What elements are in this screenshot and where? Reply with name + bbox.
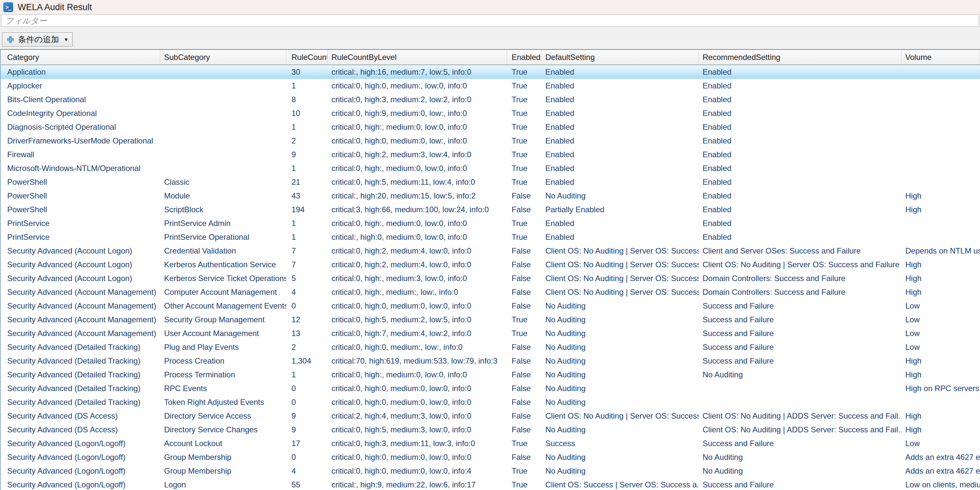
cell-enabled: False: [507, 189, 541, 203]
table-row[interactable]: Security Advanced (Detailed Tracking)Pro…: [1, 368, 980, 382]
table-row[interactable]: Microsoft-Windows-NTLM/Operational1criti…: [1, 161, 980, 175]
column-header-volume[interactable]: Volume: [901, 50, 980, 65]
cell-rulecount: 2: [286, 340, 328, 354]
cell-levels: critical:0, high:0, medium:, low:0, info…: [328, 79, 507, 93]
cell-levels: critical:0, high:3, medium:2, low:2, inf…: [328, 93, 507, 107]
cell-rulecount: 0: [286, 299, 328, 313]
table-row[interactable]: PowerShellScriptBlock194critical:3, high…: [1, 203, 980, 216]
window-titlebar: >_ WELA Audit Result: [0, 0, 980, 14]
cell-category: Security Advanced (Account Logon): [1, 244, 160, 258]
table-row[interactable]: DriverFrameworks-UserMode Operational2cr…: [1, 134, 980, 148]
cell-levels: critical:0, high:0, medium:0, low:0, inf…: [328, 450, 507, 464]
cell-recommended: Client OS: No Auditing | ADDS Server: Su…: [698, 409, 901, 423]
table-row[interactable]: Security Advanced (Detailed Tracking)RPC…: [1, 382, 980, 395]
table-row[interactable]: Security Advanced (Logon/Logoff)Group Me…: [1, 464, 980, 478]
column-header-recommendedsetting[interactable]: RecommendedSetting: [698, 50, 901, 65]
table-row[interactable]: Security Advanced (Account Logon)Credent…: [1, 244, 980, 258]
cell-category: Bits-Client Operational: [1, 93, 160, 107]
table-row[interactable]: Diagnosis-Scripted Operational1critical:…: [1, 120, 980, 134]
cell-rulecount: 9: [286, 148, 328, 161]
cell-recommended: Domain Controllers: Success and Failure: [698, 285, 901, 299]
cell-subcategory: Logon: [160, 478, 286, 490]
cell-rulecount: 17: [286, 437, 328, 450]
cell-category: Security Advanced (Account Logon): [1, 272, 160, 285]
cell-volume: [901, 65, 980, 79]
cell-levels: critical:0, high:0, medium:0, low:0, inf…: [328, 395, 507, 409]
cell-enabled: True: [507, 313, 541, 326]
cell-subcategory: ScriptBlock: [160, 203, 286, 216]
table-row[interactable]: Security Advanced (Detailed Tracking)Plu…: [1, 340, 980, 354]
table-row[interactable]: Security Advanced (Account Logon)Kerbero…: [1, 258, 980, 272]
table-row[interactable]: PowerShellModule43critical:, high:20, me…: [1, 189, 980, 203]
table-row[interactable]: Security Advanced (Logon/Logoff)Logon55c…: [1, 478, 980, 490]
column-header-subcategory[interactable]: SubCategory: [160, 50, 286, 65]
cell-enabled: False: [507, 354, 541, 368]
table-row[interactable]: Security Advanced (Detailed Tracking)Tok…: [1, 395, 980, 409]
cell-enabled: True: [507, 478, 541, 490]
table-row[interactable]: Applocker1critical:0, high:0, medium:, l…: [1, 79, 980, 93]
cell-subcategory: [160, 148, 286, 161]
cell-recommended: [698, 382, 901, 395]
cell-subcategory: Process Termination: [160, 368, 286, 382]
cell-volume: Adds an extra 4627 ev: [901, 450, 980, 464]
cell-enabled: False: [507, 244, 541, 258]
add-criteria-button[interactable]: 条件の追加 ▼: [2, 32, 73, 46]
column-header-enabled[interactable]: Enabled: [507, 50, 541, 65]
column-header-rulecount[interactable]: RuleCount: [286, 50, 328, 65]
out-gridview-window: >_ WELA Audit Result 条件の追加 ▼ CategorySub…: [0, 0, 980, 490]
table-row[interactable]: Firewall9critical:0, high:2, medium:3, l…: [1, 148, 980, 161]
cell-levels: critical:0, high:0, medium:0, low:, info…: [328, 134, 507, 148]
cell-subcategory: Module: [160, 189, 286, 203]
cell-enabled: True: [507, 65, 541, 79]
table-row[interactable]: Security Advanced (Account Management)Co…: [1, 285, 980, 299]
table-row[interactable]: PowerShellClassic21critical:0, high:5, m…: [1, 175, 980, 189]
cell-rulecount: 1: [286, 79, 328, 93]
column-header-category[interactable]: Category: [1, 50, 160, 65]
cell-volume: [901, 79, 980, 93]
table-row[interactable]: Security Advanced (Logon/Logoff)Group Me…: [1, 450, 980, 464]
table-row[interactable]: Security Advanced (Detailed Tracking)Pro…: [1, 354, 980, 368]
table-row[interactable]: Security Advanced (Logon/Logoff)Account …: [1, 437, 980, 450]
cell-default: No Auditing: [541, 313, 698, 326]
cell-recommended: Enabled: [698, 161, 901, 175]
table-row[interactable]: Security Advanced (DS Access)Directory S…: [1, 409, 980, 423]
filter-input[interactable]: [1, 14, 979, 27]
table-row[interactable]: PrintServicePrintService Admin1critical:…: [1, 216, 980, 230]
cell-volume: Low: [901, 437, 980, 450]
table-row[interactable]: Security Advanced (DS Access)Directory S…: [1, 423, 980, 437]
table-row[interactable]: Security Advanced (Account Management)Ot…: [1, 299, 980, 313]
table-row[interactable]: PrintServicePrintService Operational1cri…: [1, 230, 980, 244]
cell-subcategory: Token Right Adjusted Events: [160, 395, 286, 409]
cell-subcategory: Directory Service Access: [160, 409, 286, 423]
cell-recommended: Client and Server OSes: Success and Fail…: [698, 244, 901, 258]
cell-enabled: True: [507, 464, 541, 478]
column-header-rulecountbylevel[interactable]: RuleCountByLevel: [328, 50, 507, 65]
cell-subcategory: Account Lockout: [160, 437, 286, 450]
table-row[interactable]: Security Advanced (Account Management)Se…: [1, 313, 980, 326]
table-row[interactable]: Bits-Client Operational8critical:0, high…: [1, 93, 980, 107]
table-row[interactable]: Application30critical:, high:16, medium:…: [1, 65, 980, 79]
table-row[interactable]: Security Advanced (Account Logon)Kerbero…: [1, 272, 980, 285]
cell-subcategory: PrintService Admin: [160, 216, 286, 230]
cell-subcategory: Other Account Management Events: [160, 299, 286, 313]
cell-rulecount: 0: [286, 395, 328, 409]
cell-rulecount: 9: [286, 423, 328, 437]
cell-levels: critical:0, high:, medium:0, low:0, info…: [328, 161, 507, 175]
cell-subcategory: [160, 93, 286, 107]
cell-default: Client OS: No Auditing | Server OS: Succ…: [541, 409, 698, 423]
cell-subcategory: [160, 107, 286, 120]
cell-category: CodeIntegrity Operational: [1, 107, 160, 120]
table-row[interactable]: Security Advanced (Account Management)Us…: [1, 326, 980, 340]
cell-levels: critical:0, high:0, medium:0, low:0, inf…: [328, 299, 507, 313]
cell-subcategory: Directory Service Changes: [160, 423, 286, 437]
cell-volume: Depends on NTLM us: [901, 244, 980, 258]
cell-levels: critical:0, high:2, medium:4, low:0, inf…: [328, 244, 507, 258]
table-row[interactable]: CodeIntegrity Operational10critical:0, h…: [1, 107, 980, 120]
cell-subcategory: Security Group Management: [160, 313, 286, 326]
cell-enabled: True: [507, 134, 541, 148]
cell-levels: critical:0, high:0, medium:0, low:0, inf…: [328, 464, 507, 478]
column-header-defaultsetting[interactable]: DefaultSetting: [541, 50, 698, 65]
cell-rulecount: 1: [286, 216, 328, 230]
cell-recommended: Success and Failure: [698, 326, 901, 340]
cell-category: Security Advanced (DS Access): [1, 409, 160, 423]
